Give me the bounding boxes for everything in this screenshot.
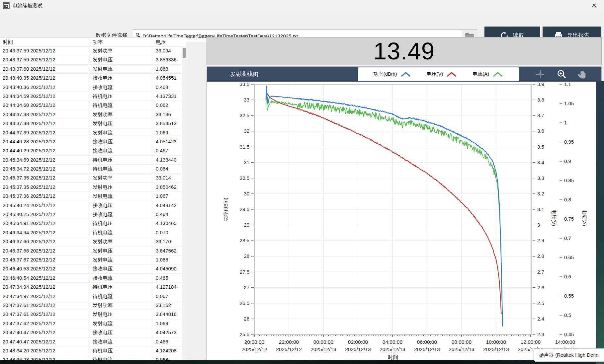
cell-type: 待机电流 bbox=[90, 228, 153, 237]
cell-type: 待机电压 bbox=[90, 156, 153, 164]
svg-text:0.9: 0.9 bbox=[564, 158, 571, 164]
table-row[interactable]: 20:46:34.94 2025/12/12待机电流0.070 bbox=[0, 228, 182, 237]
close-button[interactable]: × bbox=[587, 0, 601, 11]
column-header-power[interactable]: 功率 bbox=[90, 37, 153, 46]
zoom-tool-icon[interactable] bbox=[556, 69, 567, 80]
table-row[interactable]: 20:47:40.47 2025/12/12接收电压4.042573 bbox=[0, 328, 182, 337]
svg-text:2025/12/13: 2025/12/13 bbox=[345, 346, 371, 352]
cell-type: 待机电流 bbox=[90, 165, 153, 173]
window-title: 电池续航测试 bbox=[13, 3, 43, 9]
table-header: 时间 功率 电压 bbox=[0, 37, 182, 46]
table-scrollbar[interactable] bbox=[182, 46, 186, 360]
table-row[interactable]: 20:47:40.47 2025/12/12接收电流0.468 bbox=[0, 337, 182, 346]
table-row[interactable]: 20:45:37.35 2025/12/12发射电压3.850462 bbox=[0, 183, 182, 192]
cell-value: 33.014 bbox=[153, 174, 182, 182]
table-row[interactable]: 20:45:37.36 2025/12/12发射电流1.067 bbox=[0, 192, 182, 201]
legend-item-0[interactable]: 功率(dBm) bbox=[374, 71, 411, 77]
table-row[interactable]: 20:46:40.54 2025/12/12接收电流0.465 bbox=[0, 274, 182, 283]
svg-text:3.7: 3.7 bbox=[537, 112, 544, 118]
table-row[interactable]: 20:43:40.35 2025/12/12接收电压4.054551 bbox=[0, 74, 182, 83]
cell-value: 3.850462 bbox=[153, 183, 182, 191]
svg-text:27.5: 27.5 bbox=[240, 269, 249, 275]
svg-text:0.45: 0.45 bbox=[564, 331, 574, 337]
column-header-voltage[interactable]: 电压 bbox=[153, 37, 182, 46]
table-row[interactable]: 20:44:37.39 2025/12/12发射电流1.069 bbox=[0, 128, 182, 137]
cell-value: 3.856336 bbox=[153, 55, 182, 64]
svg-text:2.5: 2.5 bbox=[537, 300, 544, 306]
table-row[interactable]: 20:43:37.59 2025/12/12发射电压3.856336 bbox=[0, 55, 182, 64]
pan-hand-icon[interactable] bbox=[577, 69, 587, 80]
svg-text:2025/12/13: 2025/12/13 bbox=[414, 346, 440, 352]
table-row[interactable]: 20:47:34.97 2025/12/12待机电流0.067 bbox=[0, 292, 182, 301]
cell-type: 发射功率 bbox=[90, 46, 153, 55]
svg-text:3.9: 3.9 bbox=[537, 82, 544, 87]
svg-text:33.5: 33.5 bbox=[240, 82, 249, 87]
legend-line-style-icon bbox=[492, 71, 503, 77]
cell-type: 发射电流 bbox=[90, 128, 153, 137]
chart-legend: 功率(dBm)电压(V)电流(A) bbox=[358, 67, 519, 81]
cell-time: 20:47:37.62 2025/12/12 bbox=[0, 319, 90, 328]
table-row[interactable]: 20:47:37.61 2025/12/12发射功率33.162 bbox=[0, 301, 182, 310]
svg-text:0.75: 0.75 bbox=[564, 216, 574, 222]
table-row[interactable]: 20:43:40.36 2025/12/12接收电流0.468 bbox=[0, 83, 182, 92]
table-row[interactable]: 20:43:37.60 2025/12/12发射电流1.068 bbox=[0, 65, 182, 74]
table-row[interactable]: 20:45:34.72 2025/12/12待机电流0.064 bbox=[0, 165, 182, 174]
table-row[interactable]: 20:44:37.38 2025/12/12发射功率33.136 bbox=[0, 110, 182, 119]
cell-value: 0.070 bbox=[153, 228, 182, 237]
svg-text:2025/12/12: 2025/12/12 bbox=[241, 346, 267, 352]
table-row[interactable]: 20:45:40.25 2025/12/12接收电流0.464 bbox=[0, 210, 182, 219]
cell-value: 3.853513 bbox=[153, 119, 182, 128]
table-row[interactable]: 20:46:37.67 2025/12/12发射电流1.068 bbox=[0, 255, 182, 264]
table-row[interactable]: 20:44:40.29 2025/12/12接收电流0.467 bbox=[0, 146, 182, 155]
svg-text:2.6: 2.6 bbox=[537, 285, 544, 290]
svg-text:3: 3 bbox=[537, 222, 540, 228]
svg-text:30: 30 bbox=[244, 191, 249, 196]
svg-text:02:00:00: 02:00:00 bbox=[348, 339, 368, 345]
cell-type: 待机电流 bbox=[90, 292, 153, 301]
cell-time: 20:45:40.25 2025/12/12 bbox=[0, 210, 90, 219]
svg-text:1: 1 bbox=[564, 120, 567, 125]
cell-time: 20:47:34.94 2025/12/12 bbox=[0, 283, 90, 291]
table-row[interactable]: 20:44:40.28 2025/12/12接收电压4.051423 bbox=[0, 137, 182, 146]
table-row[interactable]: 20:44:37.38 2025/12/12发射电压3.853513 bbox=[0, 119, 182, 128]
table-row[interactable]: 20:46:37.66 2025/12/12发射电压3.847562 bbox=[0, 247, 182, 255]
table-row[interactable]: 20:47:37.62 2025/12/12发射电流1.069 bbox=[0, 319, 182, 328]
table-row[interactable]: 20:44:34.59 2025/12/12待机电压4.137331 bbox=[0, 92, 182, 101]
svg-text:0.65: 0.65 bbox=[564, 255, 574, 260]
table-row[interactable]: 20:48:34.23 2025/12/12待机电流0.068 bbox=[0, 355, 182, 360]
cell-value: 0.067 bbox=[153, 292, 182, 301]
cell-time: 20:45:34.72 2025/12/12 bbox=[0, 165, 90, 173]
cell-value: 33.094 bbox=[153, 46, 182, 55]
chart-plot[interactable]: 33.53332.53231.53130.53029.52928.52827.5… bbox=[207, 82, 601, 360]
table-row[interactable]: 20:47:34.94 2025/12/12待机电压4.127184 bbox=[0, 283, 182, 292]
scrollbar-thumb[interactable] bbox=[183, 48, 186, 58]
table-row[interactable]: 20:48:34.20 2025/12/12待机电压4.124208 bbox=[0, 346, 182, 355]
cell-type: 发射功率 bbox=[90, 174, 153, 182]
cell-type: 接收电流 bbox=[90, 274, 153, 282]
svg-text:31.5: 31.5 bbox=[240, 144, 249, 150]
cell-value: 0.465 bbox=[153, 274, 182, 282]
cell-type: 接收电流 bbox=[90, 210, 153, 219]
table-row[interactable]: 20:45:34.69 2025/12/12待机电压4.133440 bbox=[0, 156, 182, 165]
table-body: 20:43:37.59 2025/12/12发射功率33.09420:43:37… bbox=[0, 46, 182, 360]
app-icon bbox=[3, 2, 10, 9]
legend-item-1[interactable]: 电压(V) bbox=[426, 71, 457, 77]
cell-type: 待机电压 bbox=[90, 283, 153, 291]
table-row[interactable]: 20:46:37.66 2025/12/12发射功率33.170 bbox=[0, 237, 182, 246]
table-row[interactable]: 20:43:37.59 2025/12/12发射功率33.094 bbox=[0, 46, 182, 55]
table-row[interactable]: 20:46:40.53 2025/12/12接收电压4.045090 bbox=[0, 264, 182, 273]
table-row[interactable]: 20:47:37.61 2025/12/12发射电压3.844816 bbox=[0, 310, 182, 319]
svg-text:电压(V): 电压(V) bbox=[551, 209, 557, 226]
svg-text:0.7: 0.7 bbox=[564, 235, 571, 241]
table-row[interactable]: 20:44:34.60 2025/12/12待机电流0.062 bbox=[0, 101, 182, 110]
cell-time: 20:46:34.94 2025/12/12 bbox=[0, 228, 90, 237]
column-header-time[interactable]: 时间 bbox=[0, 37, 90, 46]
table-row[interactable]: 20:45:40.24 2025/12/12接收电压4.048142 bbox=[0, 201, 182, 210]
table-row[interactable]: 20:45:37.35 2025/12/12发射功率33.014 bbox=[0, 174, 182, 182]
table-row[interactable]: 20:46:34.91 2025/12/12待机电压4.130465 bbox=[0, 219, 182, 228]
cell-value: 0.068 bbox=[153, 355, 182, 360]
desktop-edge-bottom bbox=[0, 360, 604, 364]
svg-text:3.3: 3.3 bbox=[537, 175, 544, 181]
cursor-crosshair-icon[interactable] bbox=[535, 69, 546, 80]
legend-item-2[interactable]: 电流(A) bbox=[473, 71, 503, 77]
